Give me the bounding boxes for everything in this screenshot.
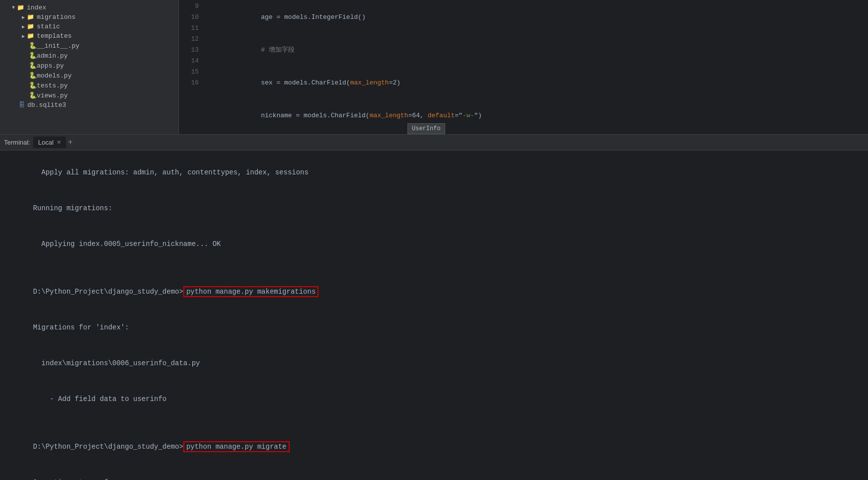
term-text: Migrations for 'index': bbox=[33, 323, 129, 331]
code-text bbox=[245, 46, 261, 54]
code-param: max_length bbox=[350, 79, 389, 86]
sidebar-item-init-py[interactable]: 🐍 __init__.py bbox=[0, 41, 178, 51]
top-area: ▼ 📁 index ▶ 📁 migrations ▶ 📁 static ▶ 📁 … bbox=[0, 0, 868, 134]
terminal-tab-close-icon[interactable]: ✕ bbox=[57, 139, 61, 146]
sidebar-item-label: migrations bbox=[37, 13, 76, 21]
sidebar-item-db-sqlite3[interactable]: 🗄 db.sqlite3 bbox=[0, 100, 178, 110]
code-comment: # 增加字段 bbox=[261, 46, 295, 54]
sidebar: ▼ 📁 index ▶ 📁 migrations ▶ 📁 static ▶ 📁 … bbox=[0, 0, 179, 134]
sidebar-item-index[interactable]: ▼ 📁 index bbox=[0, 3, 178, 12]
code-content: 9 10 11 12 13 14 15 16 age = models.Inte… bbox=[179, 0, 868, 134]
term-prompt-text: D:\Python_Project\django_study_demo> bbox=[33, 288, 183, 296]
sidebar-item-apps-py[interactable]: 🐍 apps.py bbox=[0, 61, 178, 71]
code-text: =64, bbox=[408, 112, 428, 119]
py-icon: 🐍 bbox=[29, 72, 37, 80]
py-icon: 🐍 bbox=[29, 42, 37, 50]
terminal-add-icon[interactable]: + bbox=[68, 138, 73, 147]
code-line-12: nickname = models.CharField(max_length=6… bbox=[203, 99, 868, 132]
code-text: sex = models.CharField( bbox=[245, 79, 350, 86]
tooltip-text: UserInfo bbox=[412, 125, 441, 132]
sidebar-item-label: static bbox=[37, 23, 60, 30]
line-numbers: 9 10 11 12 13 14 15 16 bbox=[179, 0, 203, 134]
code-text: nickname = models.CharField( bbox=[245, 112, 370, 119]
terminal-line-11: Operations to perform: bbox=[8, 465, 860, 480]
sidebar-item-templates[interactable]: ▶ 📁 templates bbox=[0, 31, 178, 41]
terminal-line-7: index\migrations\0006_userinfo_data.py bbox=[8, 345, 860, 381]
folder-icon: 📁 bbox=[27, 23, 34, 30]
sidebar-item-static[interactable]: ▶ 📁 static bbox=[0, 22, 178, 31]
code-editor: 9 10 11 12 13 14 15 16 age = models.Inte… bbox=[179, 0, 868, 134]
terminal-area: Terminal: Local ✕ + Apply all migrations… bbox=[0, 134, 868, 480]
code-lines: age = models.IntegerField() # 增加字段 sex =… bbox=[203, 0, 868, 134]
sidebar-item-views-py[interactable]: 🐍 views.py bbox=[0, 90, 178, 100]
code-param: max_length bbox=[370, 112, 408, 119]
code-text: age = models.IntegerField() bbox=[245, 13, 366, 21]
line-num-12: 12 bbox=[183, 34, 199, 45]
sidebar-item-migrations[interactable]: ▶ 📁 migrations bbox=[0, 12, 178, 22]
py-icon: 🐍 bbox=[29, 81, 37, 89]
code-text: =2) bbox=[389, 79, 400, 86]
sidebar-item-tests-py[interactable]: 🐍 tests.py bbox=[0, 80, 178, 90]
sidebar-item-label: __init__.py bbox=[37, 42, 79, 50]
code-param2: default bbox=[428, 112, 455, 119]
line-num-10: 10 bbox=[183, 12, 199, 23]
sidebar-item-label: index bbox=[27, 4, 46, 11]
terminal-tabs: Terminal: Local ✕ + bbox=[0, 135, 868, 151]
sidebar-item-admin-py[interactable]: 🐍 admin.py bbox=[0, 51, 178, 61]
folder-icon: 📁 bbox=[17, 4, 24, 11]
arrow-right-icon: ▶ bbox=[22, 24, 25, 30]
py-icon: 🐍 bbox=[29, 62, 37, 70]
terminal-label: Terminal: bbox=[4, 139, 30, 146]
sidebar-item-label: models.py bbox=[37, 72, 72, 80]
sidebar-item-label: views.py bbox=[37, 92, 68, 99]
sidebar-item-label: db.sqlite3 bbox=[27, 101, 66, 109]
line-num-14: 14 bbox=[183, 56, 199, 67]
line-num-11: 11 bbox=[183, 23, 199, 34]
term-text: index\migrations\0006_userinfo_data.py bbox=[33, 359, 200, 367]
sidebar-item-label: admin.py bbox=[37, 52, 68, 60]
arrow-right-icon: ▶ bbox=[22, 33, 25, 39]
term-command-makemigrations: python manage.py makemigrations bbox=[183, 286, 318, 297]
terminal-line-4 bbox=[8, 262, 860, 274]
terminal-line-5: D:\Python_Project\django_study_demo>pyth… bbox=[8, 274, 860, 310]
arrow-down-icon: ▼ bbox=[12, 5, 15, 10]
code-string: -w- bbox=[463, 112, 474, 119]
sidebar-item-models-py[interactable]: 🐍 models.py bbox=[0, 71, 178, 80]
terminal-line-1: Apply all migrations: admin, auth, conte… bbox=[8, 155, 860, 190]
code-line-10: # 增加字段 bbox=[203, 34, 868, 67]
code-text: =" bbox=[455, 112, 463, 119]
sidebar-item-label: templates bbox=[37, 32, 72, 40]
folder-icon: 📁 bbox=[27, 13, 34, 21]
term-prompt-text: D:\Python_Project\django_study_demo> bbox=[33, 443, 183, 451]
arrow-right-icon: ▶ bbox=[22, 14, 25, 20]
term-text: Apply all migrations: admin, auth, conte… bbox=[33, 168, 309, 176]
terminal-line-6: Migrations for 'index': bbox=[8, 310, 860, 345]
terminal-line-9 bbox=[8, 417, 860, 429]
editor-tooltip: UserInfo bbox=[407, 123, 445, 134]
term-text: Running migrations: bbox=[33, 204, 112, 212]
line-num-15: 15 bbox=[183, 67, 199, 78]
term-text: - Add field data to userinfo bbox=[33, 395, 166, 403]
py-icon: 🐍 bbox=[29, 91, 37, 99]
code-line-11: sex = models.CharField(max_length=2) bbox=[203, 67, 868, 99]
code-line-9: age = models.IntegerField() bbox=[203, 1, 868, 34]
term-text: Applying index.0005_userinfo_nickname...… bbox=[33, 240, 221, 248]
term-command-migrate: python manage.py migrate bbox=[183, 441, 290, 452]
line-num-13: 13 bbox=[183, 45, 199, 56]
terminal-line-10: D:\Python_Project\django_study_demo>pyth… bbox=[8, 429, 860, 465]
terminal-tab-name: Local bbox=[38, 139, 54, 146]
code-text: ") bbox=[474, 112, 482, 119]
py-icon: 🐍 bbox=[29, 52, 37, 60]
code-line-13: data = models.IntegerField(null=True, bl… bbox=[203, 132, 868, 134]
line-num-16: 16 bbox=[183, 78, 199, 88]
terminal-tab-local[interactable]: Local ✕ bbox=[33, 137, 66, 148]
sidebar-item-label: tests.py bbox=[37, 82, 68, 89]
db-icon: 🗄 bbox=[19, 101, 25, 109]
folder-icon: 📁 bbox=[27, 32, 34, 40]
terminal-line-2: Running migrations: bbox=[8, 190, 860, 226]
line-num-9: 9 bbox=[183, 1, 199, 12]
sidebar-item-label: apps.py bbox=[37, 62, 64, 70]
terminal-line-3: Applying index.0005_userinfo_nickname...… bbox=[8, 226, 860, 262]
terminal-content: Apply all migrations: admin, auth, conte… bbox=[0, 151, 868, 480]
terminal-line-8: - Add field data to userinfo bbox=[8, 381, 860, 417]
